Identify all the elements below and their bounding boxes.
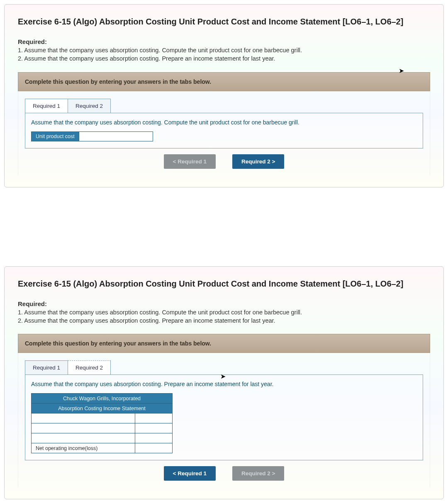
required-heading: Required: — [18, 300, 430, 307]
tab-required-2[interactable]: Required 2 — [68, 360, 111, 375]
income-value-input-0[interactable] — [139, 416, 168, 421]
tab-panel-required-1: Assume that the company uses absorption … — [25, 113, 423, 148]
required-list: 1. Assume that the company uses absorpti… — [18, 308, 430, 325]
income-value-input-3[interactable] — [139, 445, 168, 451]
tab-required-2[interactable]: Required 2 — [68, 99, 111, 113]
income-value-input-1[interactable] — [139, 426, 168, 431]
panel1-description: Assume that the company uses absorption … — [31, 119, 417, 126]
tabs: Required 1 Required 2 — [25, 360, 423, 375]
required-heading: Required: — [18, 38, 430, 45]
required-item-1: 1. Assume that the company uses absorpti… — [18, 308, 430, 316]
unit-cost-input[interactable] — [83, 134, 149, 139]
prev-button[interactable]: < Required 1 — [164, 466, 216, 481]
nav-row: < Required 1 Required 2 > — [25, 154, 423, 169]
income-label-input-2[interactable] — [36, 435, 131, 441]
table-row — [32, 423, 173, 433]
nav-row: < Required 1 Required 2 > — [25, 466, 423, 481]
instruction-bar: Complete this question by entering your … — [18, 334, 430, 353]
tab-panel-required-2: Assume that the company uses absorption … — [25, 375, 423, 460]
required-item-2: 2. Assume that the company uses absorpti… — [18, 316, 430, 325]
exercise-title: Exercise 6-15 (Algo) Absorption Costing … — [18, 17, 430, 27]
income-header-company: Chuck Wagon Grills, Incorporated — [32, 394, 173, 404]
prev-button-disabled: < Required 1 — [164, 154, 216, 169]
exercise-card-1: ➤ Exercise 6-15 (Algo) Absorption Costin… — [4, 4, 444, 187]
table-row — [32, 433, 173, 443]
tab-required-1[interactable]: Required 1 — [25, 99, 68, 113]
income-label-input-1[interactable] — [36, 426, 131, 431]
instruction-bar: Complete this question by entering your … — [18, 72, 430, 91]
next-button[interactable]: Required 2 > — [232, 154, 284, 169]
unit-cost-label: Unit product cost — [32, 131, 79, 141]
tabs: Required 1 Required 2 — [25, 99, 423, 113]
income-label-input-0[interactable] — [36, 416, 131, 421]
exercise-card-2: ➤ Exercise 6-15 (Algo) Absorption Costin… — [4, 266, 444, 500]
panel2-description: Assume that the company uses absorption … — [31, 381, 417, 387]
exercise-title: Exercise 6-15 (Algo) Absorption Costing … — [18, 279, 430, 289]
income-statement-table: Chuck Wagon Grills, Incorporated Absorpt… — [31, 393, 173, 453]
tab-required-1[interactable]: Required 1 — [25, 360, 68, 375]
table-row — [32, 413, 173, 423]
next-button-disabled: Required 2 > — [232, 466, 284, 481]
income-header-title: Absorption Costing Income Statement — [32, 404, 173, 413]
required-item-1: 1. Assume that the company uses absorpti… — [18, 46, 430, 54]
income-value-input-2[interactable] — [139, 435, 168, 441]
income-label-noi: Net operating income(loss) — [32, 443, 135, 453]
required-item-2: 2. Assume that the company uses absorpti… — [18, 54, 430, 63]
unit-cost-input-cell[interactable] — [79, 131, 153, 141]
table-row: Net operating income(loss) — [32, 443, 173, 453]
required-list: 1. Assume that the company uses absorpti… — [18, 46, 430, 63]
unit-cost-table: Unit product cost — [31, 131, 153, 141]
